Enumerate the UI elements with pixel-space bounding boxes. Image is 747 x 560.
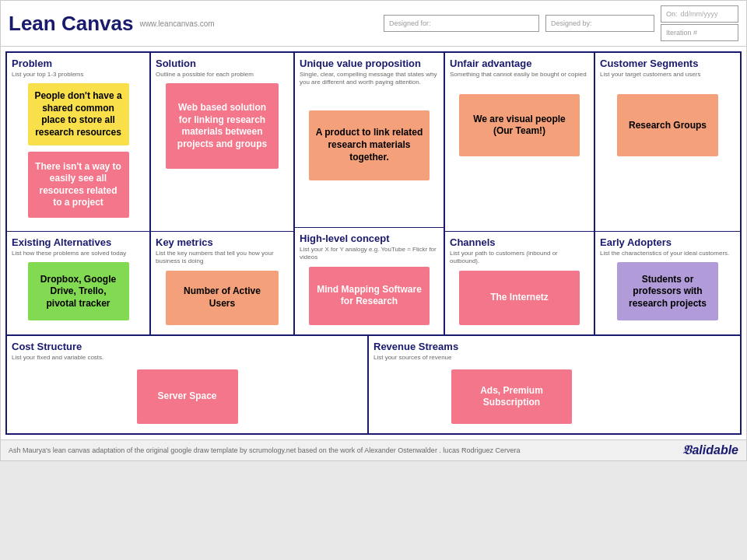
segments-top: Customer Segments List your target custo… [595,53,740,232]
problem-title: Problem [12,58,145,69]
lean-canvas: Problem List your top 1-3 problems Peopl… [5,51,742,435]
unfair-note[interactable]: We are visual people (Our Team!) [459,94,580,156]
revenue-title: Revenue Streams [374,341,735,352]
header: Lean Canvas www.leancanvas.com Designed … [1,1,746,47]
revenue-note[interactable]: Ads, Premium Subscription [451,369,572,424]
hlc-note[interactable]: Mind Mapping Software for Research [309,267,430,325]
existing-alt-title: Existing Alternatives [12,236,145,248]
iteration-field[interactable]: Iteration # [661,24,738,41]
designed-by-group: Designed by: [545,15,654,32]
problem-bottom: Existing Alternatives List how these pro… [7,232,149,334]
unfair-top: Unfair advantage Something that cannot e… [445,53,594,232]
uvp-top: Unique value proposition Single, clear, … [295,53,444,228]
uvp-note[interactable]: A product to link related research mater… [309,110,430,180]
designed-by-field[interactable]: Designed by: [545,15,654,32]
cost-note[interactable]: Server Space [137,369,238,424]
key-metrics-section: Key metrics List the key numbers that te… [151,232,293,334]
early-adopters-note[interactable]: Students or professors with research pro… [617,262,718,320]
on-label: On: [666,10,678,18]
solution-title: Solution [156,58,289,69]
revenue-subtitle: List your sources of revenue [374,354,735,362]
designed-for-group: Designed for: [384,15,539,32]
cost-title: Cost Structure [12,341,363,352]
bottom-section: Cost Structure List your fixed and varia… [7,336,740,433]
unfair-column: Unfair advantage Something that cannot e… [445,53,595,334]
hlc-subtitle: List your X for Y analogy e.g. YouTube =… [300,246,439,262]
segments-column: Customer Segments List your target custo… [595,53,740,334]
early-adopters-subtitle: List the characteristics of your ideal c… [600,250,735,257]
website-url: www.leancanvas.com [139,19,214,28]
channels-subtitle: List your path to customers (inbound or … [450,250,589,266]
solution-subtitle: Outline a possible for each problem [156,71,289,79]
channels-title: Channels [450,236,589,248]
cost-column: Cost Structure List your fixed and varia… [7,336,369,433]
on-date-field[interactable]: On: dd/mm/yyyy [661,5,738,23]
early-adopters-section: Early Adopters List the characteristics … [595,232,740,334]
channels-note[interactable]: The Internetz [459,271,580,325]
existing-alt-note[interactable]: Dropbox, Google Drive, Trello, pivotal t… [28,262,129,320]
hlc-section: High-level concept List your X for Y ana… [295,228,444,334]
revenue-column: Revenue Streams List your sources of rev… [369,336,740,433]
unfair-title: Unfair advantage [450,58,589,69]
date-group: On: dd/mm/yyyy Iteration # [661,5,738,41]
solution-note-1[interactable]: Web based solution for linking research … [166,83,279,169]
uvp-column: Unique value proposition Single, clear, … [295,53,445,334]
problem-top: Problem List your top 1-3 problems Peopl… [7,53,149,232]
cost-subtitle: List your fixed and variable costs. [12,354,363,362]
iteration-label: Iteration # [666,29,697,37]
unfair-subtitle: Something that cannot easily be bought o… [450,71,589,79]
segments-subtitle: List your target customers and users [600,71,735,79]
key-metrics-note[interactable]: Number of Active Users [166,271,279,325]
solution-top: Solution Outline a possible for each pro… [151,53,293,232]
problem-note-2[interactable]: There isn't a way to easily see all reso… [28,152,129,218]
solution-column: Solution Outline a possible for each pro… [151,53,295,334]
footer-logo: 𝔙alidable [682,443,738,457]
problem-subtitle: List your top 1-3 problems [12,71,145,79]
key-metrics-subtitle: List the key numbers that tell you how y… [156,250,289,266]
page-title: Lean Canvas [9,12,133,36]
footer: Ash Maurya's lean canvas adaptation of t… [1,439,746,460]
designed-for-label: Designed for: [389,19,431,27]
channels-section: Channels List your path to customers (in… [445,232,594,334]
segments-title: Customer Segments [600,58,735,69]
uvp-title: Unique value proposition [300,58,439,69]
designed-for-field[interactable]: Designed for: [384,15,539,32]
segments-note[interactable]: Research Groups [617,94,718,156]
uvp-subtitle: Single, clear, compelling message that s… [300,71,439,87]
header-fields: Designed for: Designed by: On: dd/mm/yyy… [384,5,738,41]
footer-text: Ash Maurya's lean canvas adaptation of t… [9,446,520,454]
early-adopters-title: Early Adopters [600,236,735,248]
key-metrics-title: Key metrics [156,236,289,248]
problem-column: Problem List your top 1-3 problems Peopl… [7,53,151,334]
hlc-title: High-level concept [300,233,439,244]
designed-by-label: Designed by: [551,19,592,27]
problem-note-1[interactable]: People don't have a shared common place … [28,83,129,145]
date-placeholder: dd/mm/yyyy [681,10,718,18]
top-section: Problem List your top 1-3 problems Peopl… [7,53,740,336]
lean-canvas-page: Lean Canvas www.leancanvas.com Designed … [0,0,747,461]
existing-alt-subtitle: List how these problems are solved today [12,250,145,257]
